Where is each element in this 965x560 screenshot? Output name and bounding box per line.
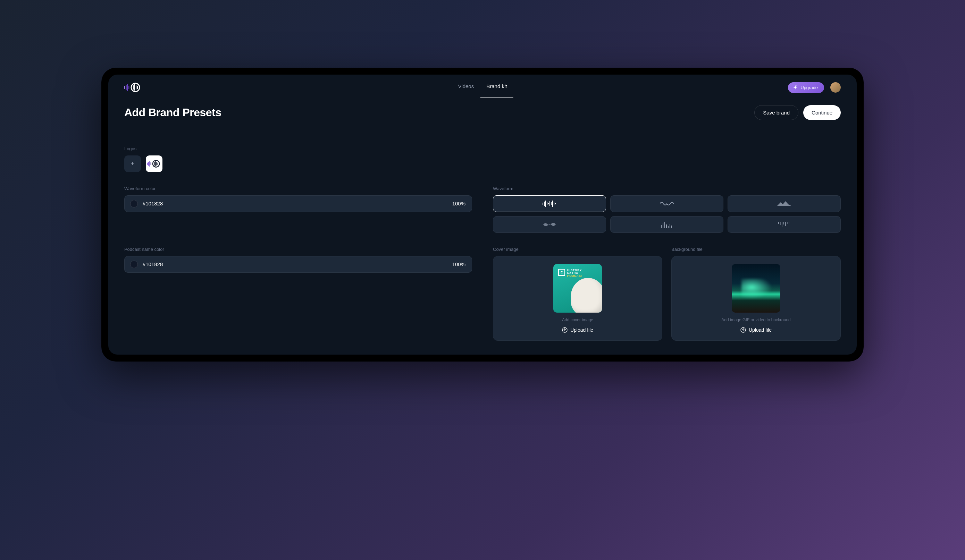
- svg-rect-16: [155, 161, 156, 166]
- logos-row: +: [124, 155, 841, 172]
- cover-upload-label: Upload file: [570, 327, 593, 333]
- waveform-opacity-input[interactable]: 100%: [446, 195, 472, 212]
- svg-rect-39: [783, 222, 784, 224]
- logos-section: Logos +: [124, 146, 841, 172]
- svg-rect-24: [550, 201, 550, 206]
- upload-icon: [562, 327, 568, 333]
- waveform-option-ticks[interactable]: [728, 216, 841, 233]
- background-upload-label: Upload file: [749, 327, 772, 333]
- waveform-option-line[interactable]: [610, 195, 723, 212]
- svg-rect-5: [133, 85, 134, 90]
- svg-point-9: [797, 85, 797, 86]
- cover-caption: Add cover image: [562, 317, 593, 322]
- upgrade-label: Upgrade: [800, 85, 818, 90]
- tab-videos[interactable]: Videos: [452, 78, 481, 98]
- podcast-name-opacity-value: 100%: [452, 261, 466, 267]
- waveform-color-hex: #101828: [143, 201, 163, 206]
- cover-image-label: Cover image: [493, 247, 662, 252]
- color-swatch-icon: [130, 261, 138, 268]
- tab-brand-kit[interactable]: Brand kit: [480, 78, 513, 98]
- svg-point-14: [153, 160, 159, 167]
- upload-row: Cover image E HISTORY EXTRA PODCAST: [493, 247, 841, 341]
- upgrade-button[interactable]: Upgrade: [788, 82, 824, 93]
- svg-rect-28: [555, 203, 556, 204]
- svg-rect-40: [785, 222, 786, 226]
- sparkle-icon: [793, 85, 798, 90]
- svg-rect-6: [134, 84, 135, 91]
- background-upload-button[interactable]: Upload file: [741, 327, 772, 333]
- page-title: Add Brand Presets: [124, 106, 221, 119]
- svg-rect-20: [544, 202, 545, 206]
- podcast-name-color-hex: #101828: [143, 261, 163, 267]
- save-brand-button[interactable]: Save brand: [754, 105, 798, 120]
- podcast-name-color-field: #101828 100%: [124, 256, 472, 273]
- add-logo-button[interactable]: +: [124, 155, 141, 172]
- bars-wave-icon: [542, 200, 557, 207]
- cover-image-card: E HISTORY EXTRA PODCAST Add cover image: [493, 256, 662, 341]
- svg-rect-34: [670, 224, 670, 228]
- background-caption: Add image GIF or video to backround: [721, 317, 790, 322]
- mountain-wave-icon: [777, 201, 791, 206]
- svg-rect-31: [664, 222, 665, 228]
- logos-label: Logos: [124, 146, 841, 151]
- svg-rect-2: [127, 84, 128, 91]
- svg-rect-18: [158, 162, 158, 165]
- app-logo[interactable]: [124, 83, 142, 92]
- tablet-frame: Videos Brand kit Upgrade Add Brand Prese…: [101, 68, 864, 362]
- svg-rect-12: [149, 161, 150, 167]
- svg-rect-3: [128, 86, 129, 89]
- podcast-name-color-input[interactable]: #101828: [124, 256, 446, 273]
- cover-badge: E HISTORY EXTRA PODCAST: [558, 269, 583, 278]
- svg-rect-37: [780, 222, 781, 225]
- svg-rect-29: [661, 225, 662, 228]
- waveform-option-thin-bars[interactable]: [610, 216, 723, 233]
- waveform-option-bars[interactable]: [493, 195, 606, 212]
- svg-rect-23: [548, 203, 549, 204]
- continue-button[interactable]: Continue: [803, 105, 841, 120]
- content-grid: Logos +: [108, 132, 857, 354]
- cover-image-thumbnail[interactable]: E HISTORY EXTRA PODCAST: [553, 264, 602, 313]
- thin-bars-wave-icon: [660, 221, 674, 228]
- svg-rect-36: [778, 222, 779, 224]
- svg-rect-38: [782, 222, 782, 227]
- header-actions: Save brand Continue: [754, 105, 841, 120]
- waveform-color-input[interactable]: #101828: [124, 195, 446, 212]
- waveform-color-label: Waveform color: [124, 186, 472, 191]
- logo-thumbnail[interactable]: [146, 155, 162, 172]
- svg-rect-15: [154, 162, 155, 165]
- svg-rect-17: [156, 162, 157, 165]
- svg-rect-32: [666, 224, 667, 228]
- svg-rect-8: [137, 86, 138, 89]
- background-thumbnail[interactable]: [732, 264, 780, 313]
- svg-rect-30: [662, 223, 663, 228]
- svg-rect-33: [668, 226, 669, 228]
- cover-upload-button[interactable]: Upload file: [562, 327, 593, 333]
- background-file-label: Background file: [671, 247, 841, 252]
- podcast-name-color-section: Podcast name color #101828 100%: [124, 247, 472, 341]
- waveform-logo-icon: [147, 160, 161, 168]
- svg-rect-13: [150, 162, 151, 165]
- background-file-section: Background file Add image GIF or video t…: [671, 247, 841, 341]
- podcast-name-opacity-input[interactable]: 100%: [446, 256, 472, 273]
- navbar: Videos Brand kit Upgrade: [108, 75, 857, 93]
- page-header: Add Brand Presets Save brand Continue: [108, 93, 857, 132]
- svg-rect-22: [547, 202, 548, 205]
- waveform-grid: [493, 195, 841, 233]
- nav-tabs: Videos Brand kit: [452, 78, 514, 97]
- user-avatar[interactable]: [830, 82, 841, 93]
- waveform-option-blob[interactable]: [493, 216, 606, 233]
- svg-rect-11: [148, 162, 149, 165]
- svg-rect-10: [147, 162, 148, 165]
- line-wave-icon: [660, 200, 674, 207]
- svg-rect-35: [671, 225, 672, 228]
- svg-rect-1: [126, 85, 127, 90]
- waveform-color-section: Waveform color #101828 100%: [124, 186, 472, 233]
- cover-badge-line3: PODCAST: [567, 274, 583, 278]
- svg-point-4: [131, 83, 139, 91]
- svg-rect-21: [545, 201, 546, 207]
- waveform-option-mountain[interactable]: [728, 195, 841, 212]
- upload-icon: [741, 327, 746, 333]
- svg-rect-0: [124, 86, 125, 89]
- color-swatch-icon: [130, 200, 138, 207]
- svg-rect-27: [554, 202, 554, 206]
